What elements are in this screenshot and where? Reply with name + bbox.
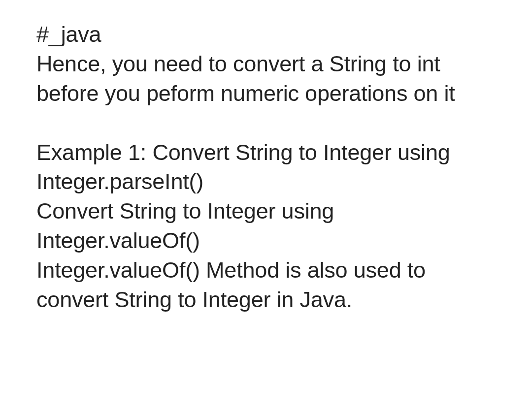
paragraph-gap: [36, 108, 496, 138]
explain-line-1: Integer.valueOf() Method is also used to: [36, 255, 496, 285]
tag-line: #_java: [36, 20, 496, 49]
intro-line-1: Hence, you need to convert a String to i…: [36, 49, 496, 79]
intro-line-2: before you peform numeric operations on …: [36, 79, 496, 108]
document-body: #_java Hence, you need to convert a Stri…: [36, 20, 496, 315]
explain-line-2: convert String to Integer in Java.: [36, 285, 496, 315]
example1-line-2: Integer.parseInt(): [36, 167, 496, 196]
example1-line-1: Example 1: Convert String to Integer usi…: [36, 138, 496, 167]
valueof-line-2: Integer.valueOf(): [36, 226, 496, 255]
valueof-line-1: Convert String to Integer using: [36, 196, 496, 226]
